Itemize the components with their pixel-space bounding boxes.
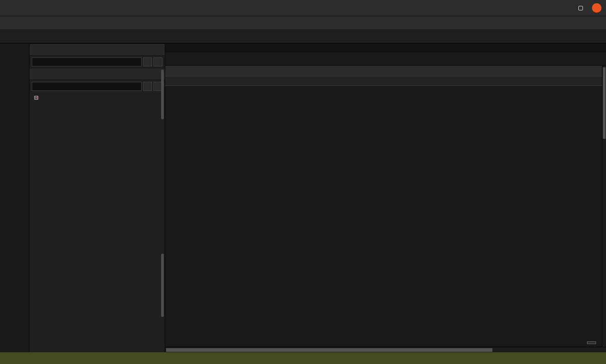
connections-search-input[interactable] <box>32 57 142 66</box>
minimize-button[interactable] <box>559 3 569 13</box>
sidebar-scrollbar[interactable] <box>161 70 164 119</box>
main-area: ⊟ <box>0 43 606 352</box>
grid-filter-row <box>165 76 606 86</box>
tables-search-row <box>29 80 165 92</box>
maximize-icon <box>578 6 583 10</box>
add-table-button[interactable] <box>143 82 152 91</box>
horizontal-scrollbar-thumb[interactable] <box>166 348 492 352</box>
open-tabs-bar <box>165 52 606 66</box>
selection-stats-tooltip <box>587 341 596 344</box>
add-connection-button[interactable] <box>143 57 152 66</box>
tables-group-row[interactable]: ⊟ <box>29 92 165 103</box>
activity-bar <box>0 43 29 352</box>
close-button[interactable] <box>592 3 601 13</box>
tables-section-header <box>29 68 165 80</box>
tables-search-input[interactable] <box>32 82 142 91</box>
refresh-connections-button[interactable] <box>153 57 162 66</box>
data-grid <box>165 66 606 352</box>
vertical-scrollbar-thumb[interactable] <box>603 67 606 139</box>
horizontal-scrollbar[interactable] <box>165 347 606 352</box>
collapse-icon[interactable]: ⊟ <box>33 95 39 101</box>
grid-header-row <box>165 66 606 76</box>
window-controls <box>559 3 606 13</box>
connections-section-header <box>29 43 165 56</box>
dbgate-window: ⊟ <box>0 0 606 364</box>
tables-list <box>29 103 165 352</box>
connections-search-row <box>29 56 165 68</box>
vertical-scrollbar[interactable] <box>602 66 606 347</box>
maximize-button[interactable] <box>576 3 586 13</box>
titlebar <box>0 0 606 16</box>
grid-body <box>165 86 606 347</box>
content-area <box>165 43 606 352</box>
database-group-tabs <box>165 43 606 52</box>
menubar <box>0 16 606 30</box>
sidebar: ⊟ <box>29 43 165 352</box>
tables-scrollbar[interactable] <box>161 254 164 317</box>
statusbar <box>0 352 606 364</box>
toolbar <box>0 30 606 43</box>
